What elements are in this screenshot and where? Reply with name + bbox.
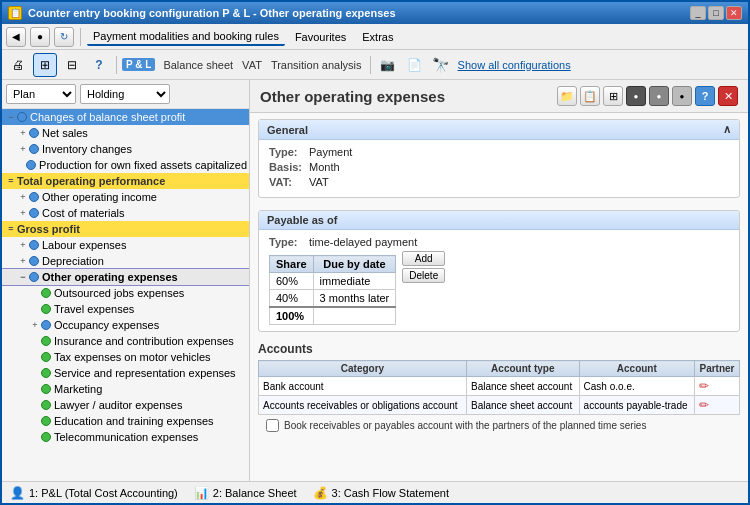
- tree-item-education[interactable]: + Education and training expenses: [2, 413, 249, 429]
- icon-inventory: [29, 144, 39, 154]
- expand-other-op-exp[interactable]: −: [18, 272, 28, 282]
- edit-icon-1[interactable]: ✏: [699, 379, 709, 393]
- tree-item-inventory[interactable]: + Inventory changes: [2, 141, 249, 157]
- partner-edit-2[interactable]: ✏: [695, 396, 740, 415]
- tree-item-service-rep[interactable]: + Service and representation expenses: [2, 365, 249, 381]
- tree-item-other-op-exp[interactable]: − Other operating expenses: [2, 269, 249, 285]
- partners-checkbox[interactable]: [266, 419, 279, 432]
- tree-item-cost-materials[interactable]: + Cost of materials: [2, 205, 249, 221]
- dot2-btn[interactable]: ●: [649, 86, 669, 106]
- tree-item-labour[interactable]: + Labour expenses: [2, 237, 249, 253]
- balance-sheet-link[interactable]: Balance sheet: [163, 59, 233, 71]
- share-2: 40%: [270, 290, 314, 308]
- window-controls: _ □ ✕: [690, 6, 742, 20]
- expand-labour[interactable]: +: [18, 240, 28, 250]
- accounts-row-1: Bank account Balance sheet account Cash …: [259, 377, 740, 396]
- collapse-general[interactable]: ∧: [723, 123, 731, 136]
- general-section-header: General ∧: [259, 120, 739, 140]
- accounts-header-row: Category Account type Account Partner: [259, 361, 740, 377]
- acct-2: accounts payable-trade: [579, 396, 694, 415]
- icon-labour: [29, 240, 39, 250]
- type-value: Payment: [309, 146, 352, 158]
- dot1-btn[interactable]: ●: [626, 86, 646, 106]
- tree-item-tax-motor[interactable]: + Tax expenses on motor vehicles: [2, 349, 249, 365]
- right-panel-title: Other operating expenses: [260, 88, 445, 105]
- table-row-total: 100%: [270, 307, 396, 325]
- show-all-link[interactable]: Show all configurations: [458, 59, 571, 71]
- tree-item-marketing[interactable]: + Marketing: [2, 381, 249, 397]
- transition-link[interactable]: Transition analysis: [271, 59, 362, 71]
- tree-item-changes[interactable]: − Changes of balance sheet profit: [2, 109, 249, 125]
- tree-item-gross-profit[interactable]: = Gross profit: [2, 221, 249, 237]
- menu-extras[interactable]: Extras: [356, 29, 399, 45]
- expand-depreciation[interactable]: +: [18, 256, 28, 266]
- add-delete-buttons: Add Delete: [402, 251, 445, 283]
- print-button[interactable]: 🖨: [6, 53, 30, 77]
- tree-item-netsales[interactable]: + Net sales: [2, 125, 249, 141]
- page-button[interactable]: 📄: [403, 53, 427, 77]
- camera-button[interactable]: 📷: [376, 53, 400, 77]
- tree-item-occupancy[interactable]: + Occupancy expenses: [2, 317, 249, 333]
- window-title: Counter entry booking configuration P & …: [28, 7, 396, 19]
- holding-select[interactable]: Holding: [80, 84, 170, 104]
- due-1: immediate: [313, 273, 396, 290]
- partner-edit-1[interactable]: ✏: [695, 377, 740, 396]
- menu-payment[interactable]: Payment modalities and booking rules: [87, 28, 285, 46]
- general-section: General ∧ Type: Payment Basis: Month VAT…: [258, 119, 740, 198]
- copy-icon-btn[interactable]: 📋: [580, 86, 600, 106]
- maximize-button[interactable]: □: [708, 6, 724, 20]
- tree-item-outsourced[interactable]: + Outsourced jobs expenses: [2, 285, 249, 301]
- accounts-row-2: Accounts receivables or obligations acco…: [259, 396, 740, 415]
- expand-occupancy[interactable]: +: [30, 320, 40, 330]
- vat-label: VAT:: [269, 176, 309, 188]
- dot3-btn[interactable]: ●: [672, 86, 692, 106]
- add-button[interactable]: Add: [402, 251, 445, 266]
- filter-row: Plan Holding: [2, 80, 249, 109]
- edit-icon-2[interactable]: ✏: [699, 398, 709, 412]
- icon-telecom: [41, 432, 51, 442]
- status-icon-3: 💰: [313, 486, 328, 500]
- forward-button[interactable]: ●: [30, 27, 50, 47]
- expand-changes[interactable]: −: [6, 112, 16, 122]
- type-field-row: Type: Payment: [269, 146, 729, 158]
- app-icon: 📋: [8, 6, 22, 20]
- close-panel-btn[interactable]: ✕: [718, 86, 738, 106]
- tree-item-telecom[interactable]: + Telecommunication expenses: [2, 429, 249, 445]
- vat-link[interactable]: VAT: [242, 59, 262, 71]
- expand-netsales[interactable]: +: [18, 128, 28, 138]
- tree-item-travel[interactable]: + Travel expenses: [2, 301, 249, 317]
- toolbar-sep2: [370, 56, 371, 74]
- cat-2: Accounts receivables or obligations acco…: [259, 396, 467, 415]
- tree-item-other-income[interactable]: + Other operating income: [2, 189, 249, 205]
- main-window: 📋 Counter entry booking configuration P …: [0, 0, 750, 505]
- grid-icon-btn[interactable]: ⊞: [603, 86, 623, 106]
- refresh-button[interactable]: ↻: [54, 27, 74, 47]
- help-button[interactable]: ?: [87, 53, 111, 77]
- label-lawyer: Lawyer / auditor expenses: [54, 399, 182, 411]
- expand-other-income[interactable]: +: [18, 192, 28, 202]
- menu-favourites[interactable]: Favourites: [289, 29, 352, 45]
- delete-button[interactable]: Delete: [402, 268, 445, 283]
- tree-item-production[interactable]: + Production for own fixed assets capita…: [2, 157, 249, 173]
- toolbar-separator: [116, 56, 117, 74]
- close-button[interactable]: ✕: [726, 6, 742, 20]
- tree-item-insurance[interactable]: + Insurance and contribution expenses: [2, 333, 249, 349]
- tree-container: − Changes of balance sheet profit + Net …: [2, 109, 249, 481]
- folder-icon-btn[interactable]: 📁: [557, 86, 577, 106]
- payable-section: Payable as of Type: time-delayed payment…: [258, 210, 740, 332]
- icon-education: [41, 416, 51, 426]
- table-view2-button[interactable]: ⊟: [60, 53, 84, 77]
- tree-item-total-op[interactable]: = Total operating performance: [2, 173, 249, 189]
- right-panel: Other operating expenses 📁 📋 ⊞ ● ● ● ? ✕…: [250, 80, 748, 481]
- help-icon-btn[interactable]: ?: [695, 86, 715, 106]
- tree-item-lawyer[interactable]: + Lawyer / auditor expenses: [2, 397, 249, 413]
- expand-cost-materials[interactable]: +: [18, 208, 28, 218]
- expand-inventory[interactable]: +: [18, 144, 28, 154]
- checkbox-label: Book receivables or payables account wit…: [284, 420, 646, 431]
- icon-tax-motor: [41, 352, 51, 362]
- plan-select[interactable]: Plan: [6, 84, 76, 104]
- minimize-button[interactable]: _: [690, 6, 706, 20]
- table-view1-button[interactable]: ⊞: [33, 53, 57, 77]
- tree-item-depreciation[interactable]: + Depreciation: [2, 253, 249, 269]
- back-button[interactable]: ◀: [6, 27, 26, 47]
